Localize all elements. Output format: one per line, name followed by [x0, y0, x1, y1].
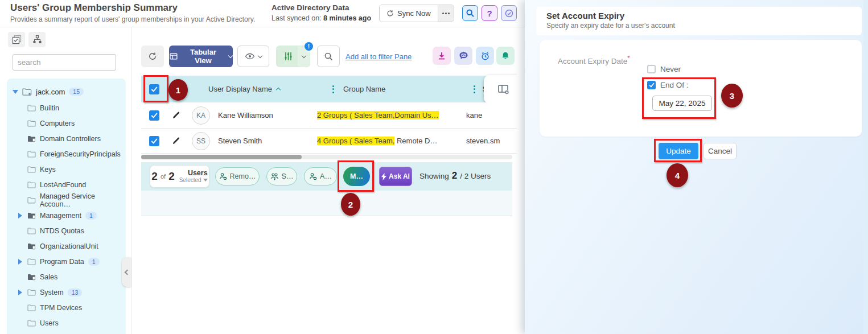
selected-count-dropdown[interactable]: 2 of 2 Users Selected: [150, 165, 209, 188]
org-tree-view-button[interactable]: [28, 32, 46, 47]
refresh-report-button[interactable]: [141, 46, 164, 67]
chevron-down-icon: [301, 53, 306, 57]
group-name-cell: 2 Groups ( Sales Team,Domain Us…: [317, 111, 459, 119]
ask-ai-button[interactable]: Ask AI: [379, 167, 412, 186]
more-actions-button[interactable]: M…: [343, 167, 370, 186]
refresh-icon: [386, 10, 394, 17]
add-action-button[interactable]: A…: [304, 167, 337, 185]
tree-item-label: Keys: [40, 166, 56, 174]
expand-arrow-icon[interactable]: [18, 213, 22, 218]
column-visibility-dropdown[interactable]: [237, 46, 269, 67]
notification-bell-button[interactable]: [496, 47, 515, 65]
end-of-option[interactable]: End Of :: [647, 81, 689, 89]
sync-now-button[interactable]: Sync Now: [380, 5, 438, 22]
tree-item-label: Program Data: [40, 258, 84, 266]
tabular-view-dropdown[interactable]: Tabular View: [169, 46, 233, 67]
count-badge: 1: [85, 212, 97, 220]
page-subtitle: Provides a summary report of users' grou…: [10, 15, 255, 23]
sidebar-item-managed-service-accounts[interactable]: Managed Service Accoun…: [7, 192, 126, 208]
check-icon: [649, 83, 655, 88]
horizontal-scrollbar[interactable]: [141, 155, 512, 159]
sidebar-item-sales[interactable]: Sales: [7, 269, 126, 284]
folder-icon: [27, 258, 36, 265]
column-header-group-name[interactable]: Group Name: [343, 85, 385, 93]
sidebar-item-computers[interactable]: Computers: [7, 116, 126, 131]
folder-icon: [27, 319, 36, 327]
sam-account-name: kane: [466, 111, 505, 119]
share-action-button[interactable]: S…: [266, 167, 297, 185]
sidebar-item-system[interactable]: System13: [7, 284, 126, 300]
column-settings-button[interactable]: [484, 75, 517, 104]
person-minus-icon: [219, 172, 227, 180]
export-download-button[interactable]: [433, 47, 451, 65]
table-search-button[interactable]: [317, 46, 340, 67]
sidebar-item-users[interactable]: Users: [7, 315, 126, 331]
table-row[interactable]: KA Kane Williamson 2 Groups ( Sales Team…: [141, 102, 517, 129]
folder-icon: [27, 304, 36, 311]
global-search-button[interactable]: [462, 5, 478, 21]
more-actions-label: M…: [350, 172, 363, 180]
sidebar-item-keys[interactable]: Keys: [7, 162, 126, 177]
page-title: Users' Group Membership Summary: [10, 2, 178, 14]
never-checkbox[interactable]: [647, 65, 656, 73]
sidebar-search-input[interactable]: [13, 58, 123, 67]
sidebar-item-management[interactable]: Management1: [7, 208, 126, 223]
sidebar-item-program-data[interactable]: Program Data1: [7, 254, 126, 269]
expand-arrow-icon[interactable]: [18, 259, 22, 265]
page-header: Users' Group Membership Summary Provides…: [0, 0, 525, 27]
sidebar-item-builtin[interactable]: Builtin: [7, 100, 126, 116]
row-checkbox[interactable]: [149, 110, 159, 121]
alarm-button[interactable]: [476, 47, 494, 65]
history-button[interactable]: [501, 5, 517, 21]
select-items-view-button[interactable]: [8, 32, 25, 47]
eye-icon: [245, 52, 255, 60]
chevron-down-icon: [258, 53, 262, 57]
group-name-highlighted: 4 Groups ( Sales Team,: [317, 137, 394, 145]
sidebar-item-lostandfound[interactable]: LostAndFound: [7, 177, 126, 192]
tree-item-label: TPM Devices: [40, 304, 82, 312]
person-plus-icon: [309, 172, 317, 180]
remove-action-button[interactable]: Remo…: [215, 167, 260, 185]
row-checkbox[interactable]: [149, 136, 159, 146]
lightning-bolt-icon: [381, 173, 386, 180]
sidebar-item-ntds-quotas[interactable]: NTDS Quotas: [7, 223, 126, 238]
sidebar-item-organizationalunit[interactable]: OrganizationalUnit: [7, 238, 126, 254]
unit-label: Users: [188, 170, 208, 178]
scrollbar-thumb[interactable]: [141, 155, 302, 159]
table-row[interactable]: SS Steven Smith 4 Groups ( Sales Team, R…: [141, 129, 517, 154]
help-button[interactable]: ?: [482, 5, 497, 21]
column-menu-icon[interactable]: [332, 85, 334, 93]
tree-root-jack-com[interactable]: jack.com 15: [7, 83, 126, 100]
select-all-checkbox[interactable]: [149, 84, 159, 94]
never-option[interactable]: Never: [647, 65, 681, 73]
sidebar-item-domain-controllers[interactable]: Domain Controllers: [7, 131, 126, 146]
user-display-name: Steven Smith: [218, 137, 315, 145]
message-button[interactable]: [454, 47, 472, 65]
sort-asc-icon[interactable]: [276, 88, 281, 92]
edit-pencil-icon[interactable]: [172, 111, 180, 119]
cancel-button[interactable]: Cancel: [704, 143, 737, 159]
folder-icon: [27, 288, 36, 296]
showing-rest: / 2 Users: [460, 172, 491, 180]
sidebar-collapse-handle[interactable]: [122, 257, 131, 287]
user-display-name: Kane Williamson: [218, 111, 315, 119]
expiry-date-input[interactable]: May 22, 2025: [652, 96, 712, 111]
sidebar-item-tpm-devices[interactable]: TPM Devices: [7, 300, 126, 315]
expand-arrow-icon[interactable]: [18, 290, 22, 295]
column-menu-icon[interactable]: [474, 85, 475, 93]
avatar: SS: [192, 132, 210, 150]
sidebar: jack.com 15 Builtin Computers Domain Con…: [0, 27, 132, 334]
filter-dropdown[interactable]: !: [276, 46, 310, 67]
sync-more-button[interactable]: [438, 5, 454, 22]
count-badge: 1: [88, 258, 100, 266]
search-icon: [324, 52, 334, 61]
column-header-user-display-name[interactable]: User Display Name: [208, 85, 272, 93]
collapse-arrow-icon[interactable]: [13, 90, 18, 94]
check-icon: [151, 113, 158, 118]
page-scrollbar-track[interactable]: [863, 0, 868, 334]
update-button[interactable]: Update: [659, 143, 698, 159]
end-of-checkbox[interactable]: [647, 81, 656, 89]
sidebar-item-foreignsecurityprincipals[interactable]: ForeignSecurityPrincipals: [7, 146, 126, 162]
edit-pencil-icon[interactable]: [172, 137, 180, 145]
add-all-to-filter-link[interactable]: Add all to filter Pane: [345, 52, 412, 61]
